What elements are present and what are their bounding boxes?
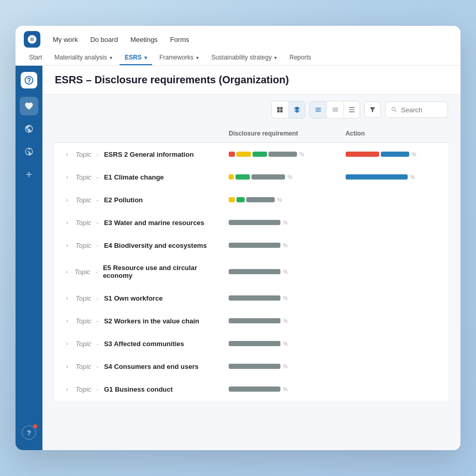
nav-mywork[interactable]: My work <box>53 36 78 43</box>
dash: - <box>97 317 99 325</box>
topic-label: Topic <box>76 151 92 158</box>
sidebar-item-globe2[interactable] <box>20 142 38 161</box>
bar-segment <box>229 174 234 180</box>
pct-label: % <box>283 364 288 369</box>
row-label: › Topic - E3 Water and marine resources <box>63 218 212 227</box>
pct-label: % <box>283 295 288 301</box>
pct-label: % <box>283 220 288 226</box>
expand-chevron[interactable]: › <box>63 218 71 227</box>
layer-view-button[interactable] <box>288 101 305 118</box>
dash: - <box>97 340 99 348</box>
topic-label: Topic <box>76 340 92 348</box>
bar-segment <box>229 341 280 346</box>
expand-chevron[interactable]: › <box>63 385 71 393</box>
expand-chevron[interactable]: › <box>63 150 71 158</box>
action-bar-segment <box>381 152 409 157</box>
expand-chevron[interactable]: › <box>63 241 71 249</box>
topic-label: Topic <box>76 385 92 393</box>
filter-button[interactable] <box>364 101 381 118</box>
bar-segment <box>229 152 235 157</box>
dash: - <box>97 385 99 393</box>
row-label: › Topic - E4 Biodiversity and ecosystems <box>63 241 212 249</box>
disclosure-bars: % <box>229 269 329 275</box>
app-logo[interactable] <box>24 31 40 48</box>
chevron-down-icon: ▾ <box>110 55 112 61</box>
pct-label: % <box>283 269 288 275</box>
main-layout: ? ESRS – Disclosure requirements (Organi… <box>16 66 460 450</box>
nav-doboard[interactable]: Do board <box>90 36 117 43</box>
disclosure-bars: % <box>229 243 329 248</box>
table-row: › Topic - E5 Resource use and circular e… <box>55 257 448 287</box>
compact-view-button[interactable] <box>326 101 343 118</box>
bar-segment <box>229 269 280 274</box>
search-box[interactable] <box>385 101 448 118</box>
bar-segment <box>236 152 251 157</box>
subnav-reports[interactable]: Reports <box>284 51 316 65</box>
subnav-materiality[interactable]: Materiality analysis ▾ <box>49 51 117 65</box>
bar-segment <box>235 174 250 180</box>
expanded-view-button[interactable] <box>343 101 360 118</box>
subnav-frameworks[interactable]: Frameworks ▾ <box>154 51 204 65</box>
table-row: › Topic - E3 Water and marine resources … <box>55 211 448 234</box>
th-disclosure: Disclosure requirement <box>220 125 337 143</box>
bar-segment <box>229 364 280 369</box>
bar-segment <box>269 152 297 157</box>
row-label: › Topic - ESRS 2 General information <box>63 150 212 158</box>
pct-label: % <box>277 197 282 203</box>
list-view-button[interactable] <box>310 101 326 118</box>
subnav-start[interactable]: Start <box>24 51 47 65</box>
action-bar-segment <box>346 174 408 180</box>
pct-label: % <box>283 386 288 392</box>
pct-label: % <box>283 341 288 347</box>
disclosure-bars: % <box>229 152 329 157</box>
bar-segment <box>236 197 245 202</box>
toolbar <box>42 95 460 125</box>
topic-name: G1 Business conduct <box>104 385 173 393</box>
expand-chevron[interactable]: › <box>63 267 70 276</box>
topic-label: Topic <box>76 242 92 249</box>
action-pct-label: % <box>412 152 416 157</box>
nav-forms[interactable]: Forms <box>170 36 189 43</box>
topic-name: S4 Consumers and end users <box>104 363 199 370</box>
expand-chevron[interactable]: › <box>63 196 71 204</box>
chevron-down-icon: ▾ <box>144 55 147 61</box>
row-label: › Topic - S3 Affected communities <box>63 339 212 348</box>
table-row: › Topic - E1 Climate change %% <box>55 166 448 188</box>
subnav-esrs[interactable]: ESRS ▾ <box>120 51 152 65</box>
topic-name: ESRS 2 General information <box>104 151 194 158</box>
topic-label: Topic <box>75 268 91 276</box>
dash: - <box>97 242 99 249</box>
expand-chevron[interactable]: › <box>63 173 71 181</box>
dash: - <box>97 219 99 227</box>
sidebar-item-heart[interactable] <box>20 97 38 115</box>
topic-label: Topic <box>76 294 92 302</box>
nav-meetings[interactable]: Meetings <box>130 36 158 43</box>
expand-chevron[interactable]: › <box>63 317 71 325</box>
bar-segment <box>229 220 280 225</box>
topic-name: S2 Workers in the value chain <box>104 317 199 325</box>
row-label: › Topic - G1 Business conduct <box>63 385 212 393</box>
top-navigation: My work Do board Meetings Forms Start Ma… <box>16 26 460 66</box>
bar-segment <box>229 243 280 248</box>
grid-view-button[interactable] <box>272 101 288 118</box>
pct-label: % <box>283 243 288 248</box>
bar-segment <box>229 386 280 392</box>
action-bars: % <box>346 152 440 157</box>
topic-label: Topic <box>76 317 92 325</box>
expand-chevron[interactable]: › <box>63 339 71 348</box>
action-bar-segment <box>346 152 379 157</box>
help-icon[interactable]: ? <box>22 425 36 440</box>
bar-segment <box>229 318 280 323</box>
bar-segment <box>251 174 285 180</box>
table-row: › Topic - ESRS 2 General information %% <box>55 143 448 166</box>
subnav-sustainability[interactable]: Sustainability strategy ▾ <box>206 51 282 65</box>
search-input[interactable] <box>401 106 442 114</box>
expand-chevron[interactable]: › <box>63 294 71 302</box>
expand-chevron[interactable]: › <box>63 362 71 370</box>
sidebar-logo[interactable] <box>21 72 37 88</box>
topic-label: Topic <box>76 363 92 370</box>
sidebar-item-plus[interactable] <box>20 165 38 184</box>
action-bars: % <box>346 174 440 180</box>
action-pct-label: % <box>410 174 415 180</box>
sidebar-item-globe[interactable] <box>20 120 38 138</box>
